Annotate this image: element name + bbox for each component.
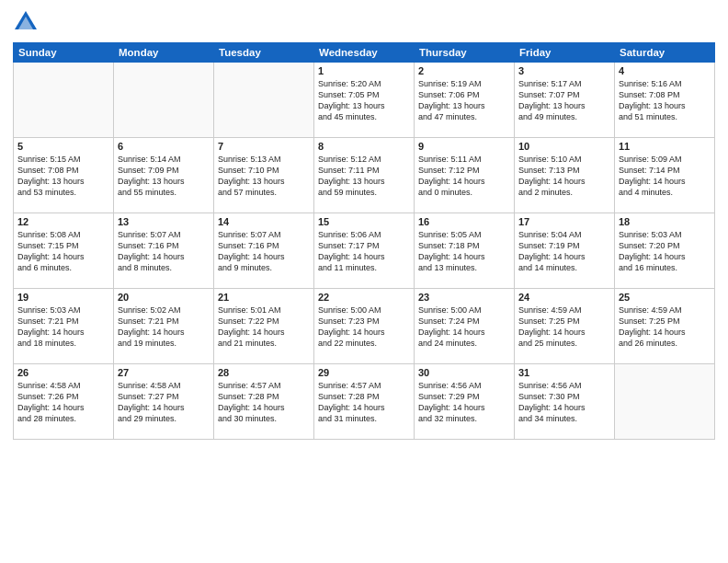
calendar-body: 1Sunrise: 5:20 AM Sunset: 7:05 PM Daylig… xyxy=(14,63,715,440)
day-cell: 5Sunrise: 5:15 AM Sunset: 7:08 PM Daylig… xyxy=(14,138,114,213)
day-cell xyxy=(214,63,314,138)
day-cell: 1Sunrise: 5:20 AM Sunset: 7:05 PM Daylig… xyxy=(314,63,415,138)
day-cell: 21Sunrise: 5:01 AM Sunset: 7:22 PM Dayli… xyxy=(214,289,314,364)
day-info: Sunrise: 5:02 AM Sunset: 7:21 PM Dayligh… xyxy=(118,304,210,350)
week-row-1: 1Sunrise: 5:20 AM Sunset: 7:05 PM Daylig… xyxy=(14,63,715,138)
weekday-header-wednesday: Wednesday xyxy=(314,43,415,63)
day-info: Sunrise: 5:19 AM Sunset: 7:06 PM Dayligh… xyxy=(418,78,510,123)
day-cell xyxy=(114,63,214,138)
day-cell: 28Sunrise: 4:57 AM Sunset: 7:28 PM Dayli… xyxy=(214,364,314,440)
day-number: 24 xyxy=(518,292,610,303)
weekday-header-thursday: Thursday xyxy=(415,43,515,63)
day-number: 12 xyxy=(17,216,109,227)
day-info: Sunrise: 4:56 AM Sunset: 7:30 PM Dayligh… xyxy=(518,380,610,425)
day-info: Sunrise: 5:00 AM Sunset: 7:23 PM Dayligh… xyxy=(318,304,410,350)
day-info: Sunrise: 4:58 AM Sunset: 7:26 PM Dayligh… xyxy=(17,380,109,425)
day-number: 21 xyxy=(218,292,310,303)
day-info: Sunrise: 5:03 AM Sunset: 7:21 PM Dayligh… xyxy=(17,304,109,350)
day-cell: 11Sunrise: 5:09 AM Sunset: 7:14 PM Dayli… xyxy=(615,138,715,213)
weekday-header-friday: Friday xyxy=(515,43,615,63)
day-cell: 20Sunrise: 5:02 AM Sunset: 7:21 PM Dayli… xyxy=(114,289,214,364)
weekday-header-monday: Monday xyxy=(114,43,214,63)
weekday-header-saturday: Saturday xyxy=(615,43,715,63)
day-info: Sunrise: 5:08 AM Sunset: 7:15 PM Dayligh… xyxy=(17,229,109,274)
day-cell: 19Sunrise: 5:03 AM Sunset: 7:21 PM Dayli… xyxy=(14,289,114,364)
day-cell xyxy=(615,364,715,440)
day-info: Sunrise: 5:10 AM Sunset: 7:13 PM Dayligh… xyxy=(518,154,610,199)
day-number: 6 xyxy=(118,141,210,152)
day-number: 4 xyxy=(619,65,711,76)
week-row-5: 26Sunrise: 4:58 AM Sunset: 7:26 PM Dayli… xyxy=(14,364,715,440)
day-cell: 14Sunrise: 5:07 AM Sunset: 7:16 PM Dayli… xyxy=(214,213,314,289)
day-number: 10 xyxy=(518,141,610,152)
day-cell: 12Sunrise: 5:08 AM Sunset: 7:15 PM Dayli… xyxy=(14,213,114,289)
day-cell: 13Sunrise: 5:07 AM Sunset: 7:16 PM Dayli… xyxy=(114,213,214,289)
day-info: Sunrise: 5:12 AM Sunset: 7:11 PM Dayligh… xyxy=(318,154,410,199)
day-cell: 6Sunrise: 5:14 AM Sunset: 7:09 PM Daylig… xyxy=(114,138,214,213)
day-info: Sunrise: 4:58 AM Sunset: 7:27 PM Dayligh… xyxy=(118,380,210,425)
day-cell: 7Sunrise: 5:13 AM Sunset: 7:10 PM Daylig… xyxy=(214,138,314,213)
day-number: 8 xyxy=(318,141,410,152)
weekday-header-tuesday: Tuesday xyxy=(214,43,314,63)
day-cell: 2Sunrise: 5:19 AM Sunset: 7:06 PM Daylig… xyxy=(415,63,515,138)
logo xyxy=(13,9,42,35)
day-info: Sunrise: 4:59 AM Sunset: 7:25 PM Dayligh… xyxy=(518,304,610,350)
header xyxy=(13,9,715,35)
day-number: 16 xyxy=(418,216,510,227)
day-info: Sunrise: 5:00 AM Sunset: 7:24 PM Dayligh… xyxy=(418,304,510,350)
day-number: 26 xyxy=(17,367,109,378)
day-number: 5 xyxy=(17,141,109,152)
day-info: Sunrise: 4:57 AM Sunset: 7:28 PM Dayligh… xyxy=(318,380,410,425)
day-info: Sunrise: 5:11 AM Sunset: 7:12 PM Dayligh… xyxy=(418,154,510,199)
day-number: 17 xyxy=(518,216,610,227)
day-number: 1 xyxy=(318,65,410,76)
week-row-4: 19Sunrise: 5:03 AM Sunset: 7:21 PM Dayli… xyxy=(14,289,715,364)
day-cell: 10Sunrise: 5:10 AM Sunset: 7:13 PM Dayli… xyxy=(515,138,615,213)
day-cell: 25Sunrise: 4:59 AM Sunset: 7:25 PM Dayli… xyxy=(615,289,715,364)
day-cell: 17Sunrise: 5:04 AM Sunset: 7:19 PM Dayli… xyxy=(515,213,615,289)
day-info: Sunrise: 5:13 AM Sunset: 7:10 PM Dayligh… xyxy=(218,154,310,199)
day-cell: 15Sunrise: 5:06 AM Sunset: 7:17 PM Dayli… xyxy=(314,213,415,289)
day-info: Sunrise: 5:20 AM Sunset: 7:05 PM Dayligh… xyxy=(318,78,410,123)
day-number: 29 xyxy=(318,367,410,378)
day-number: 15 xyxy=(318,216,410,227)
day-number: 13 xyxy=(118,216,210,227)
day-cell: 8Sunrise: 5:12 AM Sunset: 7:11 PM Daylig… xyxy=(314,138,415,213)
week-row-3: 12Sunrise: 5:08 AM Sunset: 7:15 PM Dayli… xyxy=(14,213,715,289)
week-row-2: 5Sunrise: 5:15 AM Sunset: 7:08 PM Daylig… xyxy=(14,138,715,213)
day-info: Sunrise: 5:04 AM Sunset: 7:19 PM Dayligh… xyxy=(518,229,610,274)
day-cell: 31Sunrise: 4:56 AM Sunset: 7:30 PM Dayli… xyxy=(515,364,615,440)
day-info: Sunrise: 5:14 AM Sunset: 7:09 PM Dayligh… xyxy=(118,154,210,199)
day-cell: 16Sunrise: 5:05 AM Sunset: 7:18 PM Dayli… xyxy=(415,213,515,289)
day-info: Sunrise: 5:09 AM Sunset: 7:14 PM Dayligh… xyxy=(619,154,711,199)
day-info: Sunrise: 5:07 AM Sunset: 7:16 PM Dayligh… xyxy=(118,229,210,274)
day-number: 14 xyxy=(218,216,310,227)
day-info: Sunrise: 5:05 AM Sunset: 7:18 PM Dayligh… xyxy=(418,229,510,274)
day-number: 30 xyxy=(418,367,510,378)
day-number: 28 xyxy=(218,367,310,378)
day-info: Sunrise: 4:56 AM Sunset: 7:29 PM Dayligh… xyxy=(418,380,510,425)
day-number: 3 xyxy=(518,65,610,76)
day-info: Sunrise: 5:07 AM Sunset: 7:16 PM Dayligh… xyxy=(218,229,310,274)
day-number: 9 xyxy=(418,141,510,152)
weekday-header-sunday: Sunday xyxy=(14,43,114,63)
day-info: Sunrise: 5:06 AM Sunset: 7:17 PM Dayligh… xyxy=(318,229,410,274)
day-info: Sunrise: 5:17 AM Sunset: 7:07 PM Dayligh… xyxy=(518,78,610,123)
day-cell: 9Sunrise: 5:11 AM Sunset: 7:12 PM Daylig… xyxy=(415,138,515,213)
day-cell: 23Sunrise: 5:00 AM Sunset: 7:24 PM Dayli… xyxy=(415,289,515,364)
day-info: Sunrise: 4:59 AM Sunset: 7:25 PM Dayligh… xyxy=(619,304,711,350)
day-cell: 26Sunrise: 4:58 AM Sunset: 7:26 PM Dayli… xyxy=(14,364,114,440)
day-cell: 3Sunrise: 5:17 AM Sunset: 7:07 PM Daylig… xyxy=(515,63,615,138)
day-cell: 29Sunrise: 4:57 AM Sunset: 7:28 PM Dayli… xyxy=(314,364,415,440)
calendar: SundayMondayTuesdayWednesdayThursdayFrid… xyxy=(13,42,715,440)
page: SundayMondayTuesdayWednesdayThursdayFrid… xyxy=(0,0,728,563)
day-cell: 27Sunrise: 4:58 AM Sunset: 7:27 PM Dayli… xyxy=(114,364,214,440)
day-info: Sunrise: 5:15 AM Sunset: 7:08 PM Dayligh… xyxy=(17,154,109,199)
day-number: 11 xyxy=(619,141,711,152)
day-info: Sunrise: 5:01 AM Sunset: 7:22 PM Dayligh… xyxy=(218,304,310,350)
day-number: 19 xyxy=(17,292,109,303)
calendar-header: SundayMondayTuesdayWednesdayThursdayFrid… xyxy=(14,43,715,63)
day-number: 2 xyxy=(418,65,510,76)
day-cell: 30Sunrise: 4:56 AM Sunset: 7:29 PM Dayli… xyxy=(415,364,515,440)
day-info: Sunrise: 4:57 AM Sunset: 7:28 PM Dayligh… xyxy=(218,380,310,425)
